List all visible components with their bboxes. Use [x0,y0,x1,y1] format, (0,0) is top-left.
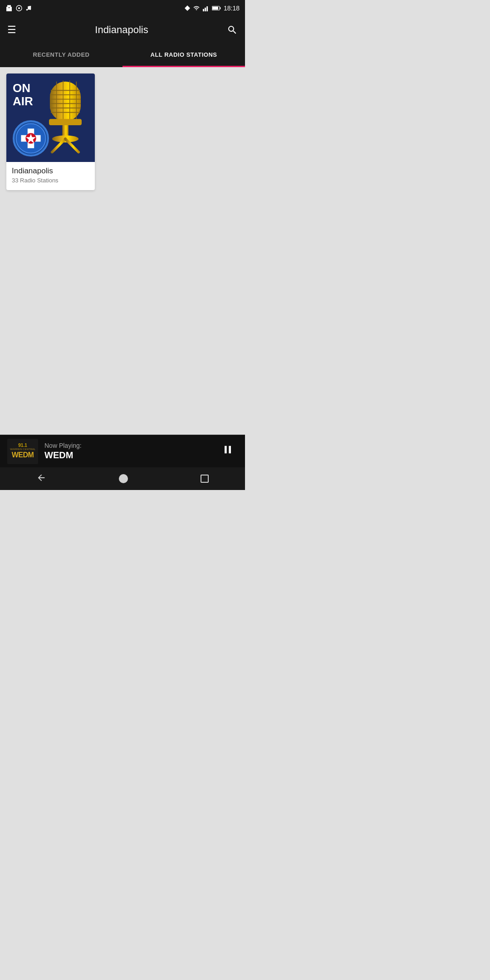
svg-rect-8 [220,7,220,9]
svg-rect-5 [206,6,208,11]
menu-button[interactable]: ☰ [7,24,16,36]
station-subtext: WARREN CENTRAL [10,448,35,451]
status-bar: 18:18 [0,0,245,16]
back-button[interactable] [29,469,54,489]
toolbar: ☰ Indianapolis [0,16,245,44]
now-playing-station: WEDM [44,450,218,461]
page-title: Indianapolis [95,24,148,36]
station-callsign-logo: WEDM [12,451,34,459]
status-right: 18:18 [185,5,240,12]
on-air-badge: ONAIR [13,82,33,108]
svg-rect-4 [205,8,206,11]
status-signal-icon [203,5,209,11]
card-body: Indianapolis 33 Radio Stations [6,162,95,190]
svg-point-1 [18,7,20,9]
clock: 18:18 [224,5,240,12]
bottom-nav [0,467,245,490]
status-diamond-icon [185,5,190,11]
status-wifi-icon [193,5,200,11]
now-playing-info: Now Playing: WEDM [44,442,218,461]
svg-marker-2 [185,5,190,11]
status-icon-2 [15,5,23,12]
svg-rect-20 [49,119,82,125]
indianapolis-card[interactable]: ONAIR [6,74,95,190]
card-title: Indianapolis [12,167,89,176]
now-playing-bar[interactable]: 91.1 WARREN CENTRAL WEDM Now Playing: WE… [0,435,245,467]
content-area: ONAIR [0,67,245,457]
card-subtitle: 33 Radio Stations [12,177,89,184]
card-image: ONAIR [6,74,95,162]
status-icon-1 [5,5,13,12]
indianapolis-seal [13,120,49,157]
recents-button[interactable] [193,471,216,486]
status-icon-music [25,5,32,11]
station-frequency: 91.1 [18,443,27,448]
status-battery-icon [212,5,221,11]
search-button[interactable] [227,24,238,35]
svg-rect-7 [212,7,218,10]
now-playing-label: Now Playing: [44,442,218,449]
tab-recently-added[interactable]: RECENTLY ADDED [0,44,122,67]
status-icons-left [5,5,32,12]
home-button[interactable] [112,470,135,487]
pause-button[interactable] [218,440,238,463]
tab-all-radio-stations[interactable]: ALL RADIO STATIONS [122,44,245,67]
tabs-bar: RECENTLY ADDED ALL RADIO STATIONS [0,44,245,67]
station-logo: 91.1 WARREN CENTRAL WEDM [7,439,38,464]
svg-rect-3 [203,9,204,11]
